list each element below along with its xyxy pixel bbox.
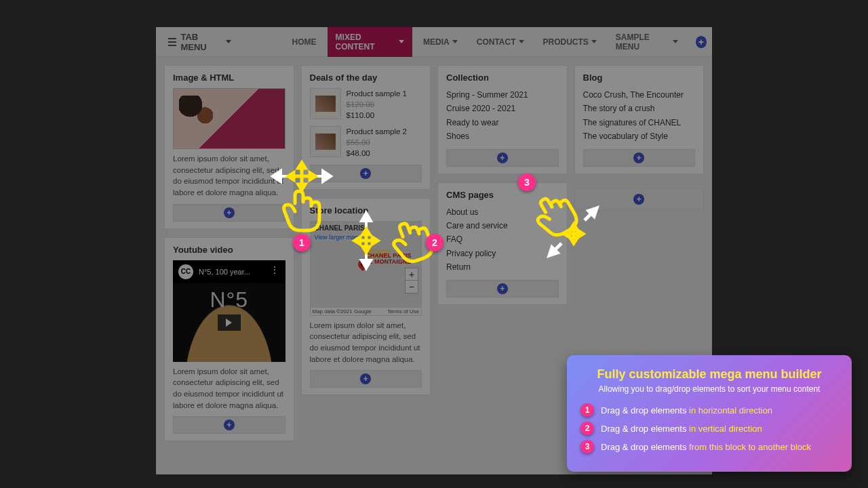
list-item[interactable]: Privacy policy [446,247,559,260]
topbar: TAB MENU HOME MIXED CONTENT MEDIA CONTAC… [156,27,712,57]
tab-menu-label: TAB MENU [180,32,221,52]
block-title: CMS pages [446,190,559,200]
list-item[interactable]: The vocabulary of Style [583,129,696,143]
panel-title: Fully customizable mega menu builder [580,367,838,382]
chevron-down-icon [519,40,524,43]
product-oldprice: $120.00 [347,99,408,110]
map-zoom[interactable]: +− [405,268,418,293]
product-name: Product sample 1 [347,88,408,99]
video-title: N°5, 100 year... [199,268,250,276]
product-row[interactable]: Product sample 1 $120.00 $110.00 [310,88,422,121]
add-element-bar[interactable]: + [310,165,422,182]
panel-subtitle: Allowing you to drag/drop elements to so… [580,384,838,394]
list-item[interactable]: Cruise 2020 - 2021 [446,102,559,115]
block-collection[interactable]: Collection Spring - Summer 2021 Cruise 2… [437,65,568,174]
plus-icon: + [633,152,644,163]
product-image [173,88,285,149]
panel-badge: 3 [580,440,594,453]
panel-badge: 2 [580,422,594,435]
block-cms-pages[interactable]: CMS pages About us Care and service FAQ … [437,182,568,305]
play-button[interactable] [218,314,241,331]
block-store-location[interactable]: Store location CHANEL PARIS View larger … [301,198,431,396]
plus-icon: + [497,283,508,294]
product-price: $110.00 [347,110,408,121]
block-title: Youtube video [173,245,285,255]
hamburger-icon [168,38,176,46]
block-text: Lorem ipsum dolor sit amet, consectetur … [310,320,422,365]
video-overlay-text: N°5 [210,287,248,312]
nav-products[interactable]: PRODUCTS [535,27,605,57]
plus-icon: + [224,207,235,218]
link-list: Spring - Summer 2021 Cruise 2020 - 2021 … [446,88,559,144]
list-item[interactable]: Ready to wear [446,116,559,129]
add-element-bar[interactable]: + [446,149,559,167]
list-item[interactable]: The signatures of CHANEL [583,116,696,129]
add-menu-button[interactable]: + [696,36,707,48]
map-view-larger[interactable]: View larger map [315,234,359,241]
list-item[interactable]: The story of a crush [583,102,696,115]
add-element-bar[interactable]: + [173,416,285,434]
more-icon[interactable]: ⋮ [270,264,280,275]
list-item[interactable]: Return [446,260,559,274]
add-element-bar[interactable]: + [446,280,559,298]
block-deals[interactable]: Deals of the day Product sample 1 $120.0… [301,65,431,190]
map-attribution: Map data ©2021 Google [313,308,372,314]
map-title: CHANEL PARIS [315,224,365,232]
add-element-bar[interactable]: + [173,204,285,222]
panel-item: 1Drag & drop elements in horizontal dire… [580,403,838,417]
product-oldprice: $56.00 [347,137,408,148]
block-image-html[interactable]: Image & HTML Lorem ipsum dolor sit amet,… [164,65,294,229]
block-title: Store location [310,205,422,216]
list-item[interactable]: Spring - Summer 2021 [446,88,559,102]
panel-item: 3Drag & drop elements from this block to… [580,440,838,453]
list-item[interactable]: About us [446,205,559,219]
block-text: Lorem ipsum dolor sit amet, consectetur … [173,153,285,199]
product-row[interactable]: Product sample 2 $56.00 $48.00 [310,126,422,159]
plus-icon: + [497,152,508,163]
block-blog[interactable]: Blog Coco Crush, The Encounter The story… [574,65,705,174]
nav-sample-menu[interactable]: SAMPLE MENU [608,27,686,57]
block-title: Image & HTML [173,73,285,83]
map-pin-label: CHANEL PARIS51 MONTAIGNE [366,253,412,266]
panel-item: 2Drag & drop elements in vertical direct… [580,422,838,435]
panel-badge: 1 [580,403,594,417]
chevron-down-icon [452,40,458,43]
map-embed[interactable]: CHANEL PARIS View larger map CHANEL PARI… [310,221,422,316]
product-thumb [310,126,341,157]
plus-icon: + [633,194,644,205]
block-title: Blog [583,73,696,83]
add-block-bar[interactable]: + [574,188,705,211]
product-price: $48.00 [347,148,408,159]
chevron-down-icon [673,40,678,43]
chevron-down-icon [399,40,404,43]
add-element-bar[interactable]: + [310,370,422,388]
tab-menu-button[interactable]: TAB MENU [161,28,238,56]
list-item[interactable]: FAQ [446,232,559,246]
block-youtube[interactable]: Youtube video CC N°5, 100 year... ⋮ N°5 … [164,237,294,442]
list-item[interactable]: Coco Crush, The Encounter [583,88,696,102]
plus-icon: + [360,168,371,179]
list-item[interactable]: Shoes [446,129,559,143]
info-panel: Fully customizable mega menu builder All… [567,355,852,472]
nav-home[interactable]: HOME [284,27,325,57]
nav-contact[interactable]: CONTACT [469,27,532,57]
list-item[interactable]: Care and service [446,219,559,232]
nav-media[interactable]: MEDIA [415,27,466,57]
map-terms[interactable]: Terms of Use [387,308,419,314]
link-list: About us Care and service FAQ Privacy po… [446,205,559,274]
link-list: Coco Crush, The Encounter The story of a… [583,88,696,144]
chevron-down-icon [226,40,231,43]
youtube-embed[interactable]: CC N°5, 100 year... ⋮ N°5 [173,260,285,362]
nav-mixed-content[interactable]: MIXED CONTENT [328,27,412,57]
block-title: Deals of the day [310,73,422,83]
plus-icon: + [360,373,371,384]
product-name: Product sample 2 [347,126,408,137]
channel-avatar: CC [178,264,193,279]
add-element-bar[interactable]: + [583,149,696,167]
block-text: Lorem ipsum dolor sit amet, consectetur … [173,366,285,411]
plus-icon: + [224,420,235,430]
product-thumb [310,88,341,119]
block-title: Collection [446,73,559,83]
chevron-down-icon [591,40,597,43]
